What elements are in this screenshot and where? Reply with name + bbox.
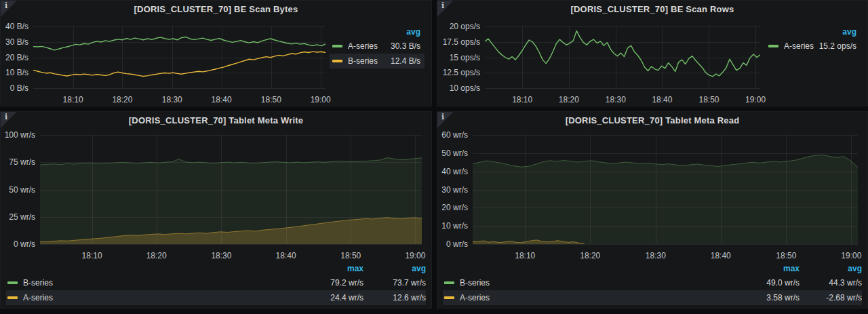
y-tick-label: 40 B/s: [5, 22, 28, 31]
legend-row[interactable]: A-series3.58 wr/s-2.68 wr/s: [443, 290, 862, 305]
chart-plot[interactable]: 0 wr/s10 wr/s20 wr/s30 wr/s40 wr/s50 wr/…: [437, 130, 867, 262]
y-tick-label: 15 ops/s: [450, 53, 480, 62]
x-tick-label: 18:50: [261, 95, 281, 104]
legend-row[interactable]: B-series49.0 wr/s44.3 wr/s: [443, 275, 862, 290]
y-axis: 0 B/s10 B/s20 B/s30 B/s40 B/s: [1, 26, 28, 88]
x-tick-label: 19:00: [745, 95, 766, 104]
panel-title[interactable]: [DORIS_CLUSTER_70] Tablet Meta Write: [1, 112, 431, 130]
plot-area[interactable]: [473, 135, 858, 244]
legend-header-row: maxavg: [443, 262, 862, 275]
legend-row[interactable]: A-series30.3 B/s: [330, 39, 425, 54]
y-axis: 10 ops/s12.5 ops/s15 ops/s17.5 ops/s20 o…: [437, 26, 480, 88]
series-swatch-icon: [444, 296, 454, 299]
x-tick-label: 18:30: [162, 95, 182, 104]
info-icon: i: [5, 113, 7, 121]
y-tick-label: 12.5 ops/s: [443, 68, 480, 77]
series-swatch-icon: [7, 296, 18, 299]
plot-area[interactable]: [33, 26, 326, 88]
y-tick-label: 10 B/s: [5, 68, 28, 77]
panel-info-corner[interactable]: i: [1, 1, 17, 17]
series-name: A-series: [460, 293, 737, 302]
legend: maxavgB-series79.2 wr/s73.7 wr/sA-series…: [1, 262, 431, 308]
y-tick-label: 100 wr/s: [5, 130, 35, 140]
series-swatch-icon: [332, 60, 342, 62]
plot-area[interactable]: [485, 26, 760, 88]
x-axis: 18:1018:2018:3018:4018:5019:00: [40, 247, 422, 260]
x-axis: 18:1018:2018:3018:4018:5019:00: [485, 91, 760, 104]
chart-plot[interactable]: 10 ops/s12.5 ops/s15 ops/s17.5 ops/s20 o…: [437, 18, 766, 106]
grafana-dashboard: i [DORIS_CLUSTER_70] BE Scan Bytes 0 B/s…: [0, 0, 868, 314]
info-icon: i: [441, 1, 444, 10]
series-max-value: 49.0 wr/s: [737, 278, 800, 288]
y-tick-label: 20 ops/s: [450, 22, 480, 31]
x-tick-label: 18:20: [559, 95, 579, 104]
series-avg-value: 44.3 wr/s: [800, 278, 862, 288]
series-swatch-icon: [7, 281, 18, 284]
chart-plot[interactable]: 0 B/s10 B/s20 B/s30 B/s40 B/s 18:1018:20…: [1, 18, 330, 106]
panel-tablet-meta-write: i [DORIS_CLUSTER_70] Tablet Meta Write 0…: [0, 111, 432, 309]
x-tick-label: 18:20: [580, 251, 600, 260]
legend-header-avg[interactable]: avg: [330, 25, 425, 39]
panel-title[interactable]: [DORIS_CLUSTER_70] BE Scan Rows: [437, 1, 867, 18]
gridline: [485, 88, 760, 89]
legend-header-row: maxavg: [6, 262, 426, 275]
y-tick-label: 75 wr/s: [9, 157, 35, 167]
series-max-value: 3.58 wr/s: [737, 293, 800, 302]
y-tick-label: 25 wr/s: [9, 212, 35, 222]
legend-row[interactable]: A-series24.4 wr/s12.6 wr/s: [6, 290, 426, 305]
legend-row[interactable]: B-series79.2 wr/s73.7 wr/s: [6, 275, 426, 290]
legend: maxavgB-series49.0 wr/s44.3 wr/sA-series…: [437, 262, 867, 308]
series-name: A-series: [784, 41, 819, 51]
x-tick-label: 18:40: [652, 95, 672, 104]
series-name-cell: B-series: [6, 278, 301, 288]
legend-header-max[interactable]: max: [737, 264, 800, 273]
series-name: B-series: [460, 278, 737, 288]
x-tick-label: 18:20: [146, 251, 167, 260]
x-tick-label: 18:50: [776, 251, 796, 260]
panel-tablet-meta-read: i [DORIS_CLUSTER_70] Tablet Meta Read 0 …: [437, 111, 868, 309]
y-tick-label: 0 wr/s: [446, 239, 468, 249]
series-swatch-icon: [332, 45, 342, 47]
legend-header-avg[interactable]: avg: [363, 264, 426, 273]
x-tick-label: 18:10: [515, 251, 535, 260]
chart-canvas[interactable]: [33, 26, 326, 88]
series-name-cell: A-series: [6, 293, 301, 302]
series-name: B-series: [23, 278, 301, 288]
legend-row[interactable]: B-series12.4 B/s: [330, 54, 425, 68]
series-name: A-series: [23, 293, 301, 302]
legend-header-avg[interactable]: avg: [766, 25, 861, 39]
panel-info-corner[interactable]: i: [1, 112, 17, 128]
legend-header-avg[interactable]: avg: [800, 264, 862, 273]
series-avg-value: 12.4 B/s: [391, 56, 420, 66]
series-swatch-icon: [444, 281, 454, 284]
series-name: A-series: [348, 41, 391, 51]
x-tick-label: 19:00: [841, 251, 861, 260]
y-tick-label: 30 wr/s: [441, 185, 468, 195]
y-tick-label: 0 wr/s: [14, 239, 35, 249]
x-tick-label: 18:40: [711, 251, 731, 260]
info-icon: i: [5, 1, 7, 10]
panel-title[interactable]: [DORIS_CLUSTER_70] BE Scan Bytes: [1, 1, 431, 18]
plot-area[interactable]: [40, 135, 422, 244]
chart-plot[interactable]: 0 wr/s25 wr/s50 wr/s75 wr/s100 wr/s 18:1…: [1, 130, 431, 262]
y-axis: 0 wr/s25 wr/s50 wr/s75 wr/s100 wr/s: [1, 135, 35, 244]
legend: avgA-series30.3 B/sB-series12.4 B/s: [330, 18, 431, 106]
panel-info-corner[interactable]: i: [437, 1, 454, 17]
panel-title[interactable]: [DORIS_CLUSTER_70] Tablet Meta Read: [437, 112, 867, 130]
x-tick-label: 19:00: [311, 95, 331, 104]
series-avg-value: 73.7 wr/s: [363, 278, 426, 288]
legend-row[interactable]: A-series15.2 ops/s: [766, 39, 861, 54]
series-max-value: 24.4 wr/s: [301, 293, 363, 302]
x-tick-label: 19:00: [405, 251, 425, 260]
chart-canvas[interactable]: [40, 135, 422, 244]
chart-canvas[interactable]: [485, 26, 760, 88]
y-tick-label: 30 B/s: [5, 37, 28, 47]
legend-header-max[interactable]: max: [301, 264, 363, 273]
y-tick-label: 60 wr/s: [441, 130, 468, 140]
x-tick-label: 18:30: [211, 251, 231, 260]
chart-canvas[interactable]: [473, 135, 858, 244]
series-avg-value: 15.2 ops/s: [819, 41, 856, 51]
x-tick-label: 18:10: [82, 251, 102, 260]
panel-info-corner[interactable]: i: [437, 112, 454, 128]
x-tick-label: 18:50: [340, 251, 361, 260]
